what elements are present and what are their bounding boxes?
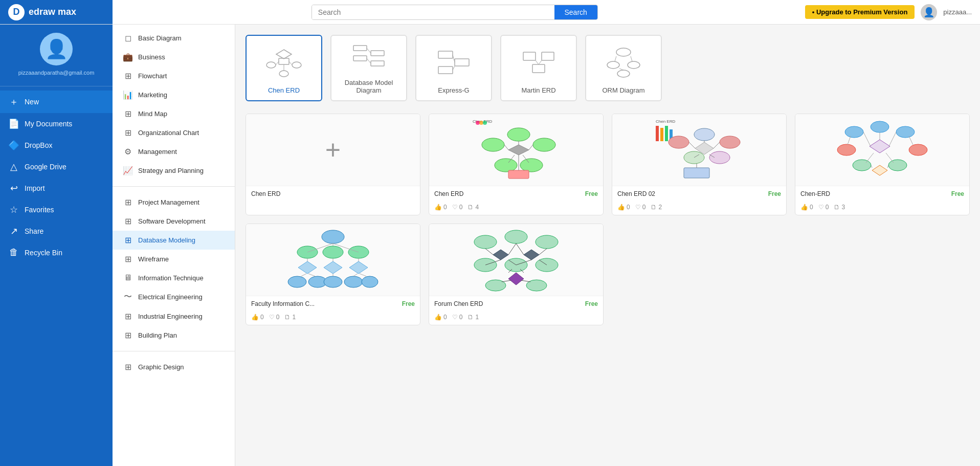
svg-rect-15 (438, 66, 453, 74)
search-area: Search (110, 5, 799, 20)
svg-line-42 (504, 145, 508, 150)
card-chen-erd-02-hearts: ♡ 0 (635, 204, 646, 211)
svg-line-128 (502, 280, 511, 282)
sidebar-item-favorites[interactable]: ☆ Favorites (0, 199, 113, 220)
category-business[interactable]: 💼 Business (113, 48, 235, 66)
card-faculty-info[interactable]: Faculty Information C... Free 👍 0 ♡ 0 🗋 … (246, 224, 420, 325)
industrial-icon: ⊞ (123, 312, 133, 321)
top-template-express-g-label: Express-G (438, 86, 469, 94)
top-template-db-model[interactable]: Database Model Diagram (330, 35, 407, 101)
category-basic-diagram-label: Basic Diagram (138, 34, 182, 42)
sidebar-item-google-drive[interactable]: △ Google Drive (0, 156, 113, 177)
category-graphic-design[interactable]: ⊞ Graphic Design (113, 358, 235, 376)
svg-line-30 (619, 69, 623, 70)
svg-marker-90 (349, 261, 368, 274)
category-graphic-design-label: Graphic Design (138, 363, 184, 371)
user-avatar-header[interactable]: 👤 (921, 4, 937, 20)
category-wireframe[interactable]: ⊞ Wireframe (113, 250, 235, 269)
category-electrical-engineering[interactable]: 〜 Electrical Engineering (113, 287, 235, 307)
svg-line-103 (308, 274, 315, 276)
recycle-bin-icon: 🗑 (8, 247, 19, 258)
category-project-management[interactable]: ⊞ Project Management (113, 193, 235, 212)
cards-grid: + Chen ERD Chen ERD (246, 114, 970, 325)
top-template-chen-erd[interactable]: Chen ERD (246, 35, 322, 101)
search-button[interactable]: Search (554, 5, 597, 19)
svg-marker-1 (276, 50, 292, 59)
sidebar-item-dropbox-label: DropBox (25, 141, 52, 149)
card-forum-chen-erd-likes: 👍 0 (434, 314, 447, 321)
svg-marker-114 (524, 250, 539, 260)
top-template-martin-erd[interactable]: Martin ERD (500, 35, 577, 101)
svg-point-86 (323, 246, 343, 258)
category-industrial-engineering[interactable]: ⊞ Industrial Engineering (113, 307, 235, 326)
sidebar-nav: ＋ New 📄 My Documents 🔷 DropBox △ Google … (0, 86, 113, 267)
sidebar-item-new[interactable]: ＋ New (0, 91, 113, 113)
wireframe-icon: ⊞ (123, 254, 133, 264)
svg-rect-49 (656, 126, 659, 141)
svg-point-84 (322, 230, 344, 243)
svg-point-36 (507, 128, 530, 141)
card-new-chen-erd[interactable]: + Chen ERD (246, 114, 420, 215)
software-dev-icon: ⊞ (123, 216, 133, 226)
mind-map-icon: ⊞ (123, 109, 133, 119)
category-section-top: ◻ Basic Diagram 💼 Business ⊞ Flowchart 📊… (113, 25, 235, 184)
svg-line-80 (866, 153, 874, 163)
category-management[interactable]: ⚙ Management (113, 142, 235, 161)
sidebar-item-google-drive-label: Google Drive (25, 163, 66, 171)
category-marketing[interactable]: 📊 Marketing (113, 85, 235, 104)
svg-line-83 (887, 165, 888, 168)
category-section-extra: ⊞ Graphic Design (113, 353, 235, 381)
marketing-icon: 📊 (123, 90, 133, 100)
category-building-plan[interactable]: ⊞ Building Plan (113, 326, 235, 345)
svg-line-78 (909, 136, 913, 145)
my-documents-icon: 📄 (8, 118, 19, 129)
category-information-technique-label: Information Technique (138, 274, 204, 282)
google-drive-icon: △ (8, 161, 19, 172)
svg-line-106 (360, 274, 366, 276)
category-information-technique[interactable]: 🖥 Information Technique (113, 269, 235, 287)
sidebar-item-recycle-bin[interactable]: 🗑 Recycle Bin (0, 242, 113, 263)
import-icon: ↩ (8, 183, 19, 194)
card-faculty-info-badge: Free (402, 300, 415, 307)
chen-erd-icon-svg (266, 47, 302, 78)
top-template-orm[interactable]: ORM Diagram (585, 35, 662, 101)
svg-line-121 (539, 249, 547, 255)
category-management-label: Management (138, 148, 177, 156)
search-input[interactable] (312, 5, 554, 19)
sidebar-avatar: 👤 (40, 33, 73, 65)
svg-rect-9 (353, 56, 367, 61)
card-forum-chen-erd-copies: 🗋 1 (467, 314, 479, 321)
svg-point-25 (607, 61, 619, 69)
card-chen-erd-1-hearts: ♡ 0 (452, 204, 463, 211)
orm-icon-svg (606, 47, 641, 78)
card-forum-chen-erd[interactable]: Forum Chen ERD Free 👍 0 ♡ 0 🗋 1 (429, 224, 604, 325)
svg-point-54 (694, 128, 715, 141)
sidebar-item-share[interactable]: ↗ Share (0, 220, 113, 242)
category-flowchart[interactable]: ⊞ Flowchart (113, 66, 235, 85)
svg-line-118 (485, 249, 493, 255)
sidebar-item-my-documents[interactable]: 📄 My Documents (0, 113, 113, 135)
card-faculty-info-thumb (246, 224, 420, 296)
category-basic-diagram[interactable]: ◻ Basic Diagram (113, 29, 235, 48)
category-divider-2 (113, 351, 235, 351)
card-chen-erd-3[interactable]: Chen-ERD Free 👍 0 ♡ 0 🗋 3 (795, 114, 970, 215)
user-name-header[interactable]: pizzaaa... (943, 8, 972, 16)
svg-rect-20 (542, 52, 554, 60)
sidebar-item-import[interactable]: ↩ Import (0, 177, 113, 199)
sidebar-item-import-label: Import (25, 184, 45, 192)
top-template-express-g[interactable]: Express-G (415, 35, 492, 101)
category-organizational-chart[interactable]: ⊞ Organizational Chart (113, 123, 235, 142)
category-electrical-engineering-label: Electrical Engineering (138, 293, 203, 301)
sidebar-item-dropbox[interactable]: 🔷 DropBox (0, 135, 113, 156)
card-chen-erd-1-badge: Free (585, 190, 598, 197)
card-chen-erd-02[interactable]: Chen ERD (612, 114, 787, 215)
category-mind-map[interactable]: ⊞ Mind Map (113, 104, 235, 123)
category-software-development[interactable]: ⊞ Software Development (113, 212, 235, 231)
express-g-icon-area (436, 42, 472, 82)
card-new-footer: Chen ERD (246, 186, 420, 202)
category-database-modeling[interactable]: ⊞ Database Modeling (113, 231, 235, 250)
db-model-icon-area (351, 42, 387, 75)
card-chen-erd-1[interactable]: Chen ERD (429, 114, 604, 215)
upgrade-button[interactable]: Upgrade to Premium Version (805, 5, 915, 19)
category-strategy-planning[interactable]: 📈 Strategy and Planning (113, 161, 235, 180)
